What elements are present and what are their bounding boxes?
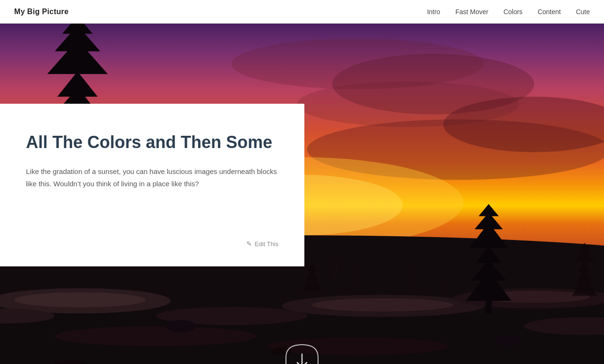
edit-label: Edit This (255, 240, 278, 248)
nav-link-cute[interactable]: Cute (576, 8, 590, 16)
svg-point-17 (15, 292, 146, 307)
site-title: My Big Picture (14, 8, 68, 16)
scroll-down-button[interactable] (282, 341, 322, 364)
svg-marker-31 (62, 24, 92, 33)
card-body: Like the gradation of a sunset, you can … (26, 165, 278, 226)
navbar: My Big Picture Intro Fast Mover Colors C… (0, 0, 604, 24)
svg-point-42 (496, 336, 521, 346)
svg-point-13 (55, 326, 257, 347)
nav-item-intro[interactable]: Intro (427, 8, 440, 16)
nav-link-fast-mover[interactable]: Fast Mover (455, 8, 488, 16)
nav-item-colors[interactable]: Colors (503, 8, 522, 16)
content-card: All The Colors and Then Some Like the gr… (0, 104, 304, 266)
svg-rect-36 (486, 301, 492, 314)
svg-point-40 (166, 320, 196, 332)
svg-point-18 (312, 298, 453, 312)
nav-links: Intro Fast Mover Colors Content Cute (427, 8, 590, 16)
nav-link-colors[interactable]: Colors (503, 8, 522, 16)
hero-section: All The Colors and Then Some Like the gr… (0, 24, 604, 364)
nav-link-content[interactable]: Content (537, 8, 561, 16)
nav-item-cute[interactable]: Cute (576, 8, 590, 16)
svg-marker-30 (47, 31, 108, 74)
nav-item-content[interactable]: Content (537, 8, 561, 16)
svg-marker-34 (470, 214, 508, 248)
edit-icon: ✎ (246, 240, 252, 248)
edit-link[interactable]: ✎ Edit This (26, 240, 278, 248)
svg-marker-35 (478, 204, 499, 216)
nav-link-intro[interactable]: Intro (427, 8, 440, 16)
nav-item-fast-mover[interactable]: Fast Mover (455, 8, 488, 16)
svg-point-1 (231, 39, 484, 89)
card-heading: All The Colors and Then Some (26, 132, 278, 152)
